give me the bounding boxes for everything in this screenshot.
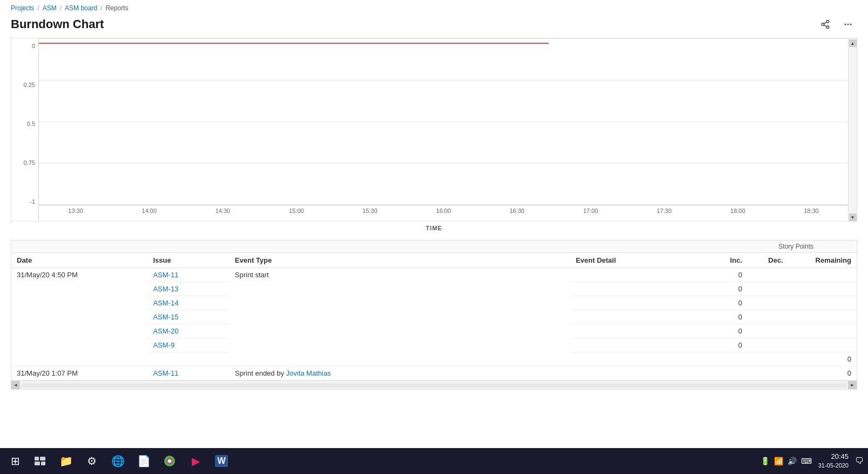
cell-issue-asm9: ASM-9 — [147, 338, 229, 352]
cell-inc-7 — [706, 352, 748, 366]
taskbar-app-taskview[interactable] — [28, 450, 52, 472]
chart-x-title: TIME — [0, 222, 868, 235]
x-label-1400: 14:00 — [112, 208, 186, 214]
table-wrapper[interactable]: Date Issue Event Type Event Detail Inc. … — [11, 253, 857, 380]
cell-event-sprint-ended: Sprint ended by Jovita Mathias — [230, 366, 570, 380]
page-header: Burndown Chart — [0, 14, 868, 38]
taskbar-date: 31-05-2020 — [818, 462, 849, 469]
more-icon — [843, 19, 853, 29]
scroll-up-arrow[interactable]: ▲ — [849, 39, 857, 47]
scroll-h-track[interactable] — [21, 383, 847, 388]
cell-detail-6 — [570, 338, 706, 352]
cell-detail-1 — [570, 268, 706, 282]
cell-issue-asm15: ASM-15 — [147, 310, 229, 324]
taskbar-app-edge[interactable]: 🌐 — [106, 450, 130, 472]
scroll-right-arrow[interactable]: ► — [848, 381, 857, 390]
breadcrumb-projects[interactable]: Projects — [11, 4, 34, 12]
breadcrumb-asm[interactable]: ASM — [43, 4, 57, 12]
col-issue: Issue — [147, 253, 229, 268]
cell-rem-5 — [789, 324, 857, 338]
battery-icon: 🔋 — [761, 457, 770, 465]
svg-point-0 — [826, 21, 829, 23]
col-event-type: Event Type — [230, 253, 570, 268]
taskbar-app-settings[interactable]: ⚙ — [80, 450, 104, 472]
reader-icon: 📄 — [137, 455, 151, 468]
cell-inc-1: 0 — [706, 268, 748, 282]
chart-x-axis: 13:30 14:00 14:30 15:00 15:30 16:00 16:3… — [39, 205, 848, 221]
grid-line-4 — [39, 163, 848, 163]
col-event-detail: Event Detail — [570, 253, 706, 268]
cell-dec-2 — [748, 282, 789, 296]
word-icon: W — [215, 455, 227, 467]
start-button[interactable]: ⊞ — [4, 450, 26, 472]
cell-dec-3 — [748, 296, 789, 310]
issue-link-asm11[interactable]: ASM-11 — [153, 271, 178, 279]
more-options-button[interactable] — [839, 16, 857, 32]
svg-rect-9 — [40, 457, 45, 460]
col-remaining: Remaining — [789, 253, 857, 268]
cell-issue-empty — [147, 352, 229, 366]
x-label-1730: 17:30 — [628, 208, 701, 214]
cell-detail-2 — [570, 282, 706, 296]
breadcrumb-asm-board[interactable]: ASM board — [65, 4, 97, 12]
cell-detail-5 — [570, 324, 706, 338]
cell-dec-4 — [748, 310, 789, 324]
cell-detail-3 — [570, 296, 706, 310]
svg-point-6 — [847, 24, 849, 25]
grid-line-2 — [39, 80, 848, 81]
media-icon: ▶ — [192, 455, 200, 468]
col-inc: Inc. — [706, 253, 748, 268]
taskbar-app-chrome[interactable] — [158, 450, 181, 472]
taskbar-app-reader[interactable]: 📄 — [132, 450, 156, 472]
cell-rem-8: 0 — [789, 366, 857, 380]
cell-rem-1 — [789, 268, 857, 282]
edge-icon: 🌐 — [111, 455, 125, 468]
cell-rem-4 — [789, 310, 857, 324]
issue-link-asm20[interactable]: ASM-20 — [153, 327, 178, 335]
cell-rem-7: 0 — [789, 352, 857, 366]
notification-icon[interactable]: 🗨 — [855, 456, 864, 466]
svg-rect-8 — [35, 457, 39, 460]
svg-point-1 — [822, 23, 824, 26]
taskbar: ⊞ 📁 ⚙ 🌐 📄 — [0, 448, 868, 474]
jovita-link[interactable]: Jovita Mathias — [286, 369, 331, 377]
cell-rem-6 — [789, 338, 857, 352]
y-label-025: 0.25 — [24, 82, 35, 88]
taskbar-app-media[interactable]: ▶ — [184, 450, 207, 472]
taskbar-app-explorer[interactable]: 📁 — [54, 450, 78, 472]
scroll-left-arrow[interactable]: ◄ — [11, 381, 20, 390]
burndown-line — [39, 43, 549, 44]
svg-point-2 — [826, 26, 829, 29]
issue-link-asm11b[interactable]: ASM-11 — [153, 369, 178, 377]
taskbar-app-word[interactable]: W — [210, 450, 233, 472]
svg-line-4 — [824, 22, 826, 24]
svg-rect-10 — [35, 462, 40, 465]
cell-inc-8 — [706, 366, 748, 380]
chart-scrollbar[interactable]: ▲ ▼ — [848, 38, 857, 221]
cell-issue-asm13: ASM-13 — [147, 282, 229, 296]
y-label-0: 0 — [32, 43, 35, 49]
issue-link-asm9[interactable]: ASM-9 — [153, 341, 174, 349]
horizontal-scrollbar[interactable]: ◄ ► — [11, 380, 857, 389]
issue-link-asm15[interactable]: ASM-15 — [153, 313, 178, 321]
scroll-down-arrow[interactable]: ▼ — [849, 213, 857, 221]
svg-rect-11 — [41, 462, 45, 465]
share-button[interactable] — [816, 16, 835, 32]
x-label-1800: 18:00 — [701, 208, 775, 214]
y-label-05: 0.5 — [27, 121, 35, 127]
share-icon — [820, 19, 830, 29]
main-content: Projects / ASM / ASM board / Reports Bur… — [0, 0, 868, 448]
story-points-header: Story Points — [11, 241, 857, 253]
cell-inc-4: 0 — [706, 310, 748, 324]
cell-issue-asm14: ASM-14 — [147, 296, 229, 310]
issue-link-asm13[interactable]: ASM-13 — [153, 285, 178, 293]
cell-inc-3: 0 — [706, 296, 748, 310]
cell-rem-3 — [789, 296, 857, 310]
taskbar-clock[interactable]: 20:45 31-05-2020 — [818, 452, 849, 469]
issue-link-asm14[interactable]: ASM-14 — [153, 299, 178, 307]
taskbar-left: ⊞ 📁 ⚙ 🌐 📄 — [4, 450, 233, 472]
grid-line-1 — [39, 38, 848, 39]
breadcrumb-sep-3: / — [100, 4, 102, 12]
grid-line-3 — [39, 122, 848, 122]
chart-container: 0 0.25 0.5 0.75 -1 13:30 14:00 14:30 — [11, 38, 857, 222]
